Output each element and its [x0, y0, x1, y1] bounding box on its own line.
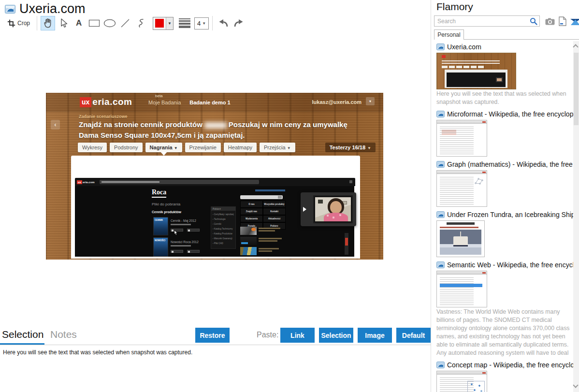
search-input[interactable] [434, 15, 540, 27]
uxeria-logo: ux eria.com beta [80, 97, 132, 107]
thickness-select[interactable]: 4 ▼ [194, 17, 209, 29]
camera-icon[interactable] [545, 18, 555, 25]
list-item-uxeria[interactable]: Uxeria.com Here you will see the text th… [436, 42, 574, 106]
select-tool-button[interactable] [56, 16, 71, 30]
cursor-arrow-icon [58, 18, 69, 29]
text-tool-icon: A [76, 18, 82, 28]
ellipse-tool-button[interactable] [102, 16, 117, 30]
recorded-browser-bar: ux eria.com [75, 178, 355, 186]
uxeria-logo-ux: ux [80, 97, 91, 107]
snapshot-thumbnail[interactable] [436, 120, 487, 157]
snapshot-item-icon [436, 362, 445, 368]
list-item-semantic-web[interactable]: Semantic Web - Wikipedia, the free encyc… [436, 260, 574, 357]
nav-moje-badania: Moje Badania [148, 100, 181, 105]
snapshot-item-icon [436, 261, 445, 268]
color-picker[interactable]: ▼ [153, 17, 174, 30]
snapshot-item-icon [436, 161, 445, 168]
editor-toolbar: Crop A ▼ 4 ▼ [4, 15, 246, 31]
scroll-up-icon[interactable] [573, 44, 578, 49]
page-title: Uxeria.com [19, 1, 86, 16]
restore-button[interactable]: Restore [195, 328, 230, 343]
downloads-menu: Pobierz Certyfikaty i aprobaty Technolog… [211, 206, 236, 249]
line-thickness-icon [179, 16, 190, 30]
list-item-concept-map[interactable]: Concept map - Wikipedia, the free encycl… [436, 360, 574, 392]
nav-badanie-demo: Badanie demo 1 [189, 100, 230, 105]
task-back-arrow: ‹ [51, 120, 60, 130]
download-buttons [171, 250, 200, 253]
uxeria-logo-beta: beta [155, 94, 163, 98]
snapshot-item-icon [436, 211, 445, 218]
tab-selection[interactable]: Selection [2, 329, 43, 340]
snapshot-thumbnail[interactable] [436, 371, 487, 392]
list-item-graph[interactable]: Graph (mathematics) - Wikipedia, the fre… [436, 160, 574, 207]
account-email: lukasz@uxeria.com [312, 99, 362, 105]
tab-przejscia: Przejścia▼ [260, 143, 295, 152]
paste-default-button[interactable]: Default [396, 328, 431, 343]
webcam-video [315, 197, 351, 221]
flamory-logo-icon[interactable] [570, 17, 579, 26]
undo-button[interactable] [216, 16, 231, 30]
snapshot-title: Uxeria.com [447, 43, 481, 51]
play-icon [303, 207, 309, 212]
tab-podstrony: Podstrony [110, 143, 143, 152]
freehand-tool-button[interactable] [133, 16, 148, 30]
tab-personal[interactable]: Personal [434, 29, 464, 40]
mouse-cursor-icon [174, 231, 177, 235]
snapshot-description: Here you will see the text that was sele… [436, 90, 574, 106]
rectangle-tool-button[interactable] [87, 16, 101, 30]
bottom-divider [0, 345, 431, 345]
toolbar-separator [212, 16, 213, 30]
list-item-tundra[interactable]: Under Frozen Tundra, an Icebreaking Ship… [436, 210, 574, 257]
paste-selection-button[interactable]: Selection [319, 328, 353, 343]
list-item-microformat[interactable]: Microformat - Wikipedia, the free encycl… [436, 109, 574, 157]
scrollbar-thumb[interactable] [574, 53, 579, 125]
tab-wykresy: Wykresy [78, 143, 107, 152]
crop-button[interactable]: Crop [4, 16, 33, 30]
site-side-widget [345, 233, 348, 255]
snapshot-item-icon [436, 44, 445, 50]
document-icon[interactable] [559, 16, 566, 26]
hand-icon [42, 17, 54, 29]
graph-doodle [474, 176, 485, 185]
site-menu-grid: O nas Wszystkie produkty Znajdź nas Kont… [240, 201, 286, 230]
redo-button[interactable] [232, 16, 246, 30]
snapshot-item-icon [436, 111, 445, 117]
color-dropdown-arrow[interactable]: ▼ [166, 17, 173, 29]
flamory-sidebar: Flamory Personal Uxeria.com Here you wil… [431, 0, 579, 392]
paste-link-button[interactable]: Link [280, 328, 315, 343]
sidebar-scrollbar[interactable] [573, 41, 579, 392]
uxeria-site-header: ux eria.com beta Moje Badania Badanie de… [46, 93, 383, 111]
redacted-word [204, 122, 227, 129]
line-icon [119, 17, 131, 29]
color-swatch-frame [153, 17, 166, 29]
pan-tool-button[interactable] [41, 16, 55, 30]
paste-image-button[interactable]: Image [358, 328, 392, 343]
testers-dropdown: Testerzy 16/18▼ [325, 143, 376, 152]
snapshot-thumbnail[interactable] [436, 53, 516, 89]
search-icon[interactable] [530, 17, 537, 25]
editor-canvas-snapshot[interactable]: ux eria.com beta Moje Badania Badanie de… [46, 93, 383, 260]
tab-nagrania: Nagrania▼ [145, 143, 182, 152]
snapshot-thumbnail[interactable] [436, 271, 487, 307]
redo-icon [232, 18, 245, 29]
color-swatch-red [155, 19, 164, 28]
tab-przewijanie: Przewijanie [185, 143, 221, 152]
sidebar-title: Flamory [436, 1, 473, 13]
line-tool-button[interactable] [118, 16, 132, 30]
snapshot-thumbnail[interactable] [436, 170, 487, 207]
site-top-links [255, 189, 285, 191]
thickness-value: 4 [197, 20, 201, 27]
site-search-box [240, 195, 283, 199]
tab-notes[interactable]: Notes [50, 329, 77, 340]
webcam-overlay [301, 192, 356, 226]
scroll-down-icon[interactable] [573, 382, 578, 388]
site-news-column [240, 227, 286, 257]
webcam-frame [313, 195, 353, 223]
snapshot-title: Graph (mathematics) - Wikipedia, the fre… [447, 160, 574, 168]
snapshot-thumbnail[interactable] [436, 220, 485, 257]
snapshot-title: Under Frozen Tundra, an Icebreaking Ship… [447, 211, 574, 218]
text-tool-button[interactable]: A [72, 16, 86, 30]
uxeria-tabs: Wykresy Podstrony Nagrania▼ Przewijanie … [78, 143, 295, 152]
cennik-doc-title: Cennik - Maj 2012 [171, 219, 196, 222]
concept-map-diagram [467, 381, 485, 392]
